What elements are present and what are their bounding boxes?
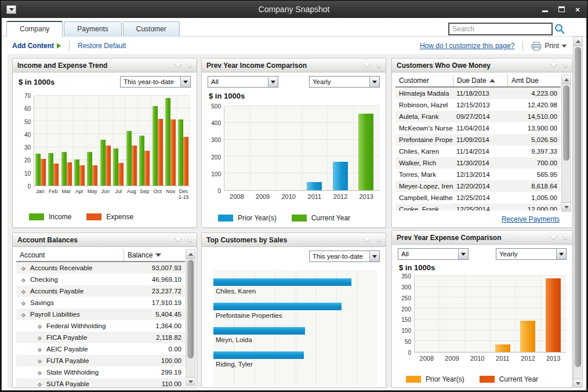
tab-customer[interactable]: Customer (123, 21, 180, 36)
table-row[interactable]: State Withholding299.19 (16, 366, 185, 378)
table-row[interactable]: Robinson, Hazel12/15/201312,420.98 (395, 99, 561, 111)
minimize-button[interactable] (541, 5, 549, 13)
panel-title: Prev Year Income Comparison (206, 61, 307, 70)
chevron-right-icon (57, 43, 61, 49)
table-row[interactable]: Checking46,969.10 (16, 274, 185, 285)
titlebar: Company Snapshot × (1, 1, 587, 18)
table-row[interactable]: Accounts Receivable93,007.93 (16, 262, 185, 274)
main-scrollbar[interactable] (573, 37, 583, 388)
table-row[interactable]: FICA Payable2,118.82 (16, 332, 185, 343)
panel-prev-year-income: Prev Year Income Comparison × All Yearly (201, 58, 386, 228)
table-row[interactable]: Campbell, Heather12/25/20141,005.00 (395, 192, 561, 204)
table-scrollbar[interactable] (561, 75, 571, 212)
panel-menu-icon[interactable] (175, 238, 182, 242)
add-content-button[interactable]: Add Content (12, 42, 61, 50)
hbar-row: Meyn, Loida (213, 327, 378, 343)
table-row[interactable]: Payroll Liabilities5,404.45 (16, 308, 185, 320)
table-row[interactable]: Prefontaine Properties11/09/20145,026.50 (395, 134, 561, 146)
period-dropdown[interactable]: This year-to-date (120, 76, 191, 88)
chevron-down-icon (556, 249, 566, 259)
maximize-button[interactable] (557, 5, 565, 13)
hbar-row: Riding, Tyler (213, 351, 378, 368)
table-row[interactable]: Federal Withholding1,364.00 (16, 320, 185, 332)
panel-close-icon[interactable]: × (563, 61, 568, 69)
scroll-down-icon[interactable] (186, 377, 195, 386)
legend-item: Current Year (292, 214, 350, 222)
scroll-down-icon[interactable] (562, 202, 571, 211)
interval-dropdown[interactable]: Yearly (309, 76, 380, 88)
scroll-up-icon[interactable] (574, 37, 582, 46)
scroll-thumb[interactable] (575, 47, 581, 367)
restore-default-link[interactable]: Restore Default (78, 42, 126, 50)
chart-legend: Prior Year(s)Current Year (406, 375, 538, 383)
account-filter-dropdown[interactable]: All (208, 76, 278, 88)
table-row[interactable]: Savings17,910.19 (16, 297, 185, 308)
print-button[interactable]: Print (531, 42, 567, 50)
maximize-icon (558, 6, 565, 12)
panel-menu-icon[interactable] (550, 63, 557, 67)
col-amt-due[interactable]: Amt Due (507, 75, 561, 86)
panel-title: Top Customers by Sales (206, 236, 287, 244)
receive-payments-link[interactable]: Receive Payments (502, 215, 560, 223)
table-row[interactable]: Meyer-Lopez, Irene12/20/20148,618.64 (395, 180, 561, 192)
table-row[interactable]: FUTA Payable100.00 (16, 355, 185, 366)
table-row[interactable]: McKeown's Nursery and G...11/04/201413,9… (395, 122, 561, 134)
close-button[interactable]: × (574, 5, 582, 13)
chevron-down-icon (562, 45, 567, 48)
period-dropdown[interactable]: This year-to-date (309, 251, 380, 262)
panel-menu-icon[interactable] (175, 63, 182, 67)
panel-close-icon[interactable]: × (187, 61, 192, 69)
dropdown-value: Yearly (313, 78, 368, 85)
divider (69, 41, 70, 50)
diamond-bullet-icon (38, 371, 42, 375)
legend-item: Expense (86, 213, 133, 221)
table-row[interactable]: Walker, Rich11/30/2014700.00 (395, 157, 561, 169)
divider (522, 41, 523, 50)
scroll-up-icon[interactable] (562, 75, 571, 84)
search-button[interactable] (553, 22, 567, 36)
table-row[interactable]: Chiles, Karen11/14/20149,397.33 (395, 146, 561, 157)
panel-menu-icon[interactable] (364, 238, 371, 242)
panel-close-icon[interactable]: × (187, 236, 192, 244)
scroll-thumb[interactable] (187, 260, 194, 358)
panel-close-icon[interactable]: × (563, 234, 568, 241)
diamond-bullet-icon (38, 325, 42, 329)
panel-close-icon[interactable]: × (376, 61, 381, 69)
customize-page-link[interactable]: How do I customize this page? (420, 42, 514, 50)
col-account[interactable]: Account (16, 249, 124, 261)
col-customer[interactable]: Customer (395, 75, 453, 86)
search-input[interactable] (448, 23, 553, 35)
diamond-bullet-icon (21, 302, 26, 306)
table-row[interactable]: Cooke, Frank12/25/201412,000.00 (395, 204, 561, 210)
panel-close-icon[interactable]: × (376, 236, 381, 244)
dropdown-value: This year-to-date (313, 253, 368, 260)
scroll-up-icon[interactable] (186, 250, 195, 259)
tab-payments[interactable]: Payments (64, 21, 121, 36)
close-icon: × (575, 6, 580, 13)
table-row[interactable]: SUTA Payable110.00 (16, 378, 185, 388)
units-label: $ in 1000s (399, 263, 435, 272)
diamond-bullet-icon (38, 383, 42, 387)
table-row[interactable]: Himateja Madala11/18/20134,223.00 (395, 88, 561, 99)
chevron-down-icon (268, 77, 278, 87)
col-due-date[interactable]: Due Date (453, 75, 507, 86)
interval-dropdown[interactable]: Yearly (496, 248, 567, 260)
hbar-row: Prefontaine Properties (213, 303, 378, 319)
table-scrollbar[interactable] (186, 249, 195, 386)
table-row[interactable]: Torres, Mark12/13/2014565.95 (395, 169, 561, 180)
table-row[interactable]: AEIC Payable0.00 (16, 343, 185, 355)
accounts-table: Account Balance Accounts Receivable93,00… (16, 249, 185, 388)
panel-menu-icon[interactable] (364, 63, 371, 67)
sort-desc-icon (155, 253, 161, 257)
tab-company[interactable]: Company (6, 21, 63, 37)
panel-menu-icon[interactable] (550, 235, 557, 239)
scroll-down-icon[interactable] (574, 379, 582, 387)
table-row[interactable]: Auleta, Frank09/27/201414,510.00 (395, 111, 561, 122)
app-window: Company Snapshot × Company Payments Cust… (0, 0, 588, 392)
table-row[interactable]: Accounts Payable23,237.72 (16, 285, 185, 297)
tabstrip: Company Payments Customer (2, 21, 586, 37)
account-filter-dropdown[interactable]: All (398, 248, 469, 260)
col-balance[interactable]: Balance (124, 249, 185, 261)
panel-header: Income and Expense Trend × (13, 59, 197, 72)
scroll-thumb[interactable] (563, 85, 569, 161)
